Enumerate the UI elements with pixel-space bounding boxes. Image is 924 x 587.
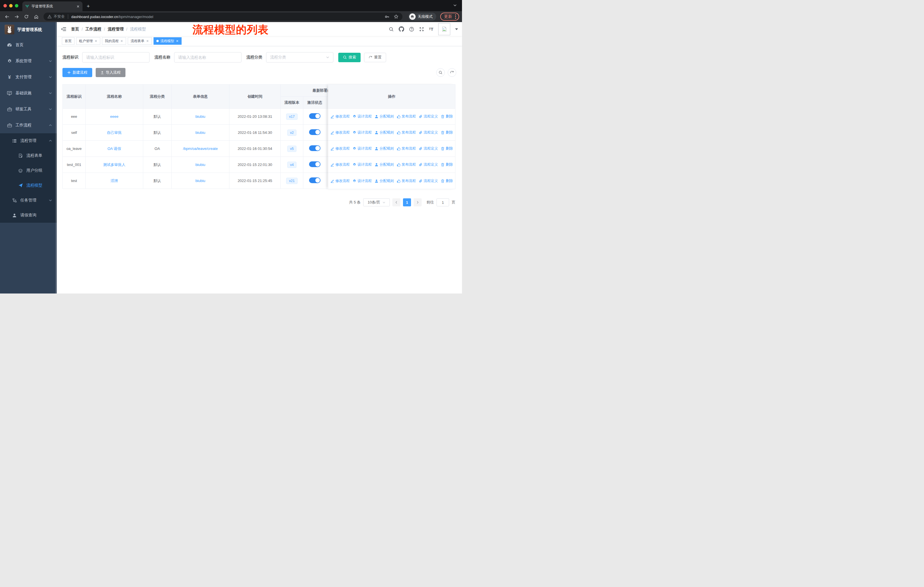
active-toggle[interactable]: [309, 129, 320, 135]
process-name-link[interactable]: 测试多审批人: [103, 162, 125, 167]
action-process-definition[interactable]: 流程定义: [419, 130, 438, 135]
search-icon[interactable]: [389, 26, 394, 32]
action-design-process[interactable]: 设计流程: [353, 162, 372, 167]
action-publish-process[interactable]: 发布流程: [397, 146, 416, 151]
tag-close-icon[interactable]: [94, 40, 97, 42]
sidebar-item-leave-query[interactable]: 请假查询: [0, 208, 57, 223]
action-design-process[interactable]: 设计流程: [353, 130, 372, 135]
sidebar-item-payment[interactable]: ¥ 支付管理: [0, 69, 57, 85]
fullscreen-icon[interactable]: [419, 26, 424, 32]
tag-my-process[interactable]: 我的流程: [102, 37, 126, 45]
new-tab-button[interactable]: +: [84, 2, 92, 10]
process-id-input[interactable]: [82, 52, 150, 63]
back-button[interactable]: [3, 13, 11, 21]
sidebar-item-process-model[interactable]: 流程模型: [0, 178, 57, 193]
action-edit-process[interactable]: 修改流程: [330, 130, 350, 135]
goto-page-input[interactable]: [437, 198, 449, 207]
action-design-process[interactable]: 设计流程: [353, 179, 372, 184]
tag-tenant-mgmt[interactable]: 租户管理: [76, 37, 100, 45]
form-info-link[interactable]: biubiu: [195, 179, 205, 183]
current-page-button[interactable]: 1: [403, 198, 411, 207]
active-toggle[interactable]: [309, 161, 320, 167]
action-assign-rule[interactable]: 分配规则: [375, 162, 394, 167]
hamburger-fold-icon[interactable]: [61, 26, 66, 31]
action-process-definition[interactable]: 流程定义: [419, 146, 438, 151]
refresh-table-button[interactable]: [448, 68, 456, 77]
tab-search-chevron-icon[interactable]: [453, 3, 457, 7]
breadcrumb-home[interactable]: 首页: [71, 26, 79, 32]
version-badge[interactable]: v4: [287, 162, 297, 168]
process-name-link[interactable]: 滔博: [111, 179, 118, 183]
font-size-icon[interactable]: TT: [429, 26, 433, 31]
action-process-definition[interactable]: 流程定义: [419, 179, 438, 184]
sidebar-item-system[interactable]: 系统管理: [0, 53, 57, 69]
active-toggle[interactable]: [309, 177, 320, 183]
sidebar-item-dev-tools[interactable]: 研发工具: [0, 101, 57, 117]
sidebar-item-user-group[interactable]: 用户分组: [0, 163, 57, 178]
version-badge[interactable]: v2: [287, 129, 297, 136]
action-design-process[interactable]: 设计流程: [353, 146, 372, 151]
sidebar-item-infrastructure[interactable]: 基础设施: [0, 85, 57, 101]
bookmark-star-icon[interactable]: [394, 14, 398, 19]
action-design-process[interactable]: 设计流程: [353, 114, 372, 119]
action-delete[interactable]: 删除: [441, 130, 453, 135]
action-assign-rule[interactable]: 分配规则: [375, 114, 394, 119]
search-button[interactable]: 搜索: [338, 53, 361, 62]
home-button[interactable]: [32, 13, 40, 21]
toggle-search-button[interactable]: [436, 68, 445, 77]
form-info-link[interactable]: biubiu: [195, 131, 205, 135]
action-process-definition[interactable]: 流程定义: [419, 114, 438, 119]
process-name-link[interactable]: eeee: [110, 114, 119, 119]
version-badge[interactable]: v21: [286, 178, 297, 184]
action-edit-process[interactable]: 修改流程: [330, 162, 350, 167]
avatar[interactable]: [438, 23, 450, 35]
action-delete[interactable]: 删除: [441, 114, 453, 119]
prev-page-button[interactable]: [393, 198, 401, 207]
tag-close-icon[interactable]: [146, 40, 149, 42]
address-bar[interactable]: 不安全 dashboard.yudao.iocoder.cn/bpm/manag…: [43, 13, 403, 21]
tag-home[interactable]: 首页: [62, 37, 74, 45]
tag-process-form[interactable]: 流程表单: [128, 37, 152, 45]
sidebar-item-task-mgmt[interactable]: 任务管理: [0, 193, 57, 208]
tab-close-icon[interactable]: [76, 5, 80, 8]
forward-button[interactable]: [13, 13, 21, 21]
sidebar-item-process-mgmt[interactable]: 流程管理: [0, 133, 57, 148]
reset-button[interactable]: 重置: [364, 53, 386, 62]
help-question-icon[interactable]: [409, 26, 414, 32]
create-process-button[interactable]: 新建流程: [63, 68, 92, 77]
form-info-link[interactable]: biubiu: [195, 162, 205, 167]
form-info-link[interactable]: /bpm/oa/leave/create: [183, 147, 218, 151]
sidebar-item-workflow[interactable]: 工作流程: [0, 117, 57, 133]
tag-process-model[interactable]: 流程模型: [153, 37, 182, 45]
process-name-link[interactable]: 自己审批: [107, 131, 122, 135]
action-delete[interactable]: 删除: [441, 179, 453, 184]
sidebar-item-home[interactable]: 首页: [0, 37, 57, 53]
action-process-definition[interactable]: 流程定义: [419, 162, 438, 167]
caret-down-icon[interactable]: [455, 28, 458, 30]
action-delete[interactable]: 删除: [441, 146, 453, 151]
action-publish-process[interactable]: 发布流程: [397, 162, 416, 167]
window-minimize-button[interactable]: [9, 4, 13, 7]
tag-close-icon[interactable]: [176, 40, 179, 42]
version-badge[interactable]: v5: [287, 146, 297, 152]
tag-close-icon[interactable]: [120, 40, 123, 42]
reload-button[interactable]: [22, 13, 30, 21]
action-assign-rule[interactable]: 分配规则: [375, 146, 394, 151]
github-icon[interactable]: [399, 26, 404, 32]
next-page-button[interactable]: [414, 198, 422, 207]
update-button[interactable]: 更新: [440, 13, 459, 21]
sidebar-scrollbar[interactable]: [55, 22, 56, 293]
action-delete[interactable]: 删除: [441, 162, 453, 167]
import-process-button[interactable]: 导入流程: [96, 68, 125, 77]
process-name-input[interactable]: [174, 52, 241, 63]
action-assign-rule[interactable]: 分配规则: [375, 179, 394, 184]
window-close-button[interactable]: [3, 4, 7, 7]
password-key-icon[interactable]: [384, 14, 389, 19]
action-edit-process[interactable]: 修改流程: [330, 146, 350, 151]
action-assign-rule[interactable]: 分配规则: [375, 130, 394, 135]
active-toggle[interactable]: [309, 113, 320, 119]
action-edit-process[interactable]: 修改流程: [330, 179, 350, 184]
action-publish-process[interactable]: 发布流程: [397, 179, 416, 184]
window-maximize-button[interactable]: [15, 4, 18, 7]
process-name-link[interactable]: OA 请假: [107, 147, 121, 151]
